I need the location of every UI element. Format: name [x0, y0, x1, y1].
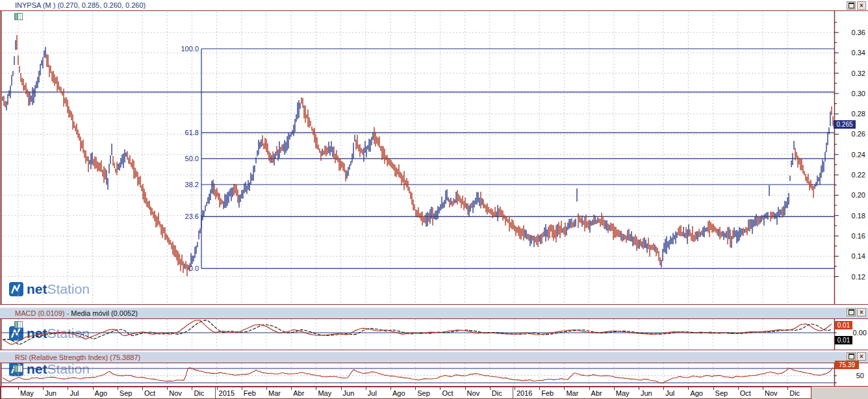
time-axis-tick: [242, 387, 242, 390]
last-price-tag: 0.265: [834, 120, 856, 129]
time-axis-tick: [390, 387, 391, 390]
macd-label: MACD (0.0109): [15, 308, 64, 318]
time-axis-tick: [18, 387, 19, 390]
time-axis-label: Jul: [665, 389, 674, 398]
year-separator: [215, 387, 216, 398]
fib-level-label: 61.8: [185, 129, 199, 136]
time-axis-label: Jun: [343, 389, 355, 398]
close-icon: ×: [860, 309, 863, 316]
macd-line: [3, 320, 832, 344]
price-axis-label: 0.28: [841, 110, 865, 118]
time-axis-label: May: [616, 389, 630, 398]
price-panel-header: INYPSA (M ) (0.270, 0.285, 0.260, 0.260): [0, 0, 868, 10]
rsi-value-tag: 75.39: [835, 361, 859, 369]
time-axis-tick: [787, 387, 788, 390]
time-axis-tick: [93, 387, 94, 390]
time-axis-label: Mar: [566, 389, 578, 398]
price-axis-label: 0.20: [841, 191, 865, 199]
time-axis-label: 2015: [219, 389, 235, 398]
time-axis-label: Sep: [715, 389, 728, 398]
macd-panel-header: MACD (0.0109) - Media móvil (0.0052): [0, 307, 868, 318]
time-axis-tick: [738, 387, 739, 390]
time-axis-label: Jun: [45, 389, 57, 398]
rsi-label: RSI (Relative Strength Index) (75.3887): [15, 352, 140, 363]
time-axis-label: Jun: [641, 389, 652, 398]
time-axis-label: May: [20, 389, 34, 398]
time-axis-tick: [589, 387, 590, 390]
close-button[interactable]: ×: [857, 352, 866, 361]
time-axis-label: Abr: [293, 389, 304, 398]
time-axis-tick: [763, 387, 763, 390]
maximize-button[interactable]: [847, 352, 856, 361]
time-axis: MayJunJulAgoSepOctNovDic2015FebMarAbrMay…: [0, 387, 811, 399]
fibonacci-retracement: 100.061.850.038.223.60.0: [181, 45, 834, 272]
fib-level-label: 0.0: [189, 264, 199, 272]
maximize-icon: [849, 3, 854, 8]
time-axis-tick: [539, 387, 540, 390]
time-axis-tick: [142, 387, 143, 390]
time-axis-label: Ago: [392, 389, 405, 398]
time-axis-label: Sep: [417, 389, 430, 398]
time-axis-tick: [663, 387, 664, 390]
time-axis-tick: [192, 387, 192, 390]
time-axis-tick: [291, 387, 292, 390]
time-axis-label: Oct: [442, 389, 453, 398]
time-axis-label: Nov: [467, 389, 480, 398]
time-axis-tick: [217, 387, 218, 390]
price-axis-label: 0.26: [841, 130, 865, 138]
indicator-icon: [3, 310, 11, 317]
rsi-mid-label: 50: [845, 372, 864, 380]
chart-type-icon: [3, 2, 11, 9]
close-button[interactable]: ×: [857, 1, 866, 10]
maximize-button[interactable]: [847, 308, 856, 316]
time-axis-tick: [266, 387, 267, 390]
macd-signal-tag: 0.01: [835, 336, 852, 344]
time-axis-label: Dic: [492, 389, 502, 398]
price-axis-label: 0.16: [841, 232, 865, 240]
time-axis-label: Oct: [740, 389, 751, 398]
time-axis-corner: [811, 387, 868, 399]
price-axis-label: 0.18: [841, 212, 865, 220]
price-axis-label: 0.12: [841, 273, 865, 281]
indicator-icon: [3, 354, 11, 361]
macd-value-tag: 0.01: [835, 321, 852, 329]
time-axis-label: Abr: [591, 389, 602, 398]
maximize-button[interactable]: [847, 1, 856, 10]
macd-signal-label: Media móvil (0.0052): [71, 308, 138, 318]
ohlc-bars-up: [3, 40, 830, 270]
time-axis-label: Ago: [95, 389, 108, 398]
time-axis-label: Nov: [169, 389, 182, 398]
price-axis-label: 0.30: [841, 90, 865, 97]
ohlc-bars-down: [4, 35, 833, 276]
fib-level-label: 50.0: [185, 155, 199, 162]
price-panel-title: INYPSA (M ) (0.270, 0.285, 0.260, 0.260): [15, 0, 146, 10]
rsi-window-buttons: ×: [847, 352, 866, 361]
time-axis-tick: [316, 387, 316, 390]
time-axis-tick: [366, 387, 366, 390]
time-axis-tick: [614, 387, 615, 390]
year-separator: [513, 387, 513, 398]
price-axis-label: 0.22: [841, 171, 865, 179]
time-axis-tick: [639, 387, 639, 390]
time-axis-tick: [440, 387, 440, 390]
time-axis-tick: [564, 387, 565, 390]
time-axis-label: Dic: [789, 389, 800, 398]
fib-level-label: 100.0: [181, 45, 199, 53]
vertical-gridlines: [18, 363, 787, 385]
price-axis-label: 0.34: [841, 49, 865, 57]
time-axis-label: Mar: [268, 389, 281, 398]
time-axis-tick: [688, 387, 689, 390]
price-chart[interactable]: 100.061.850.038.223.60.0: [0, 0, 868, 307]
time-axis-tick: [465, 387, 466, 390]
close-button[interactable]: ×: [857, 308, 866, 316]
time-axis-tick: [515, 387, 515, 390]
price-axis-label: 0.24: [841, 151, 865, 159]
time-axis-label: Feb: [541, 389, 554, 398]
price-window-buttons: ×: [847, 1, 866, 10]
time-axis-tick: [341, 387, 342, 390]
close-icon: ×: [860, 354, 863, 360]
time-axis-label: Sep: [120, 389, 133, 398]
time-axis-tick: [167, 387, 168, 390]
rsi-panel-header: RSI (Relative Strength Index) (75.3887): [0, 352, 868, 363]
time-axis-label: Nov: [765, 389, 778, 398]
